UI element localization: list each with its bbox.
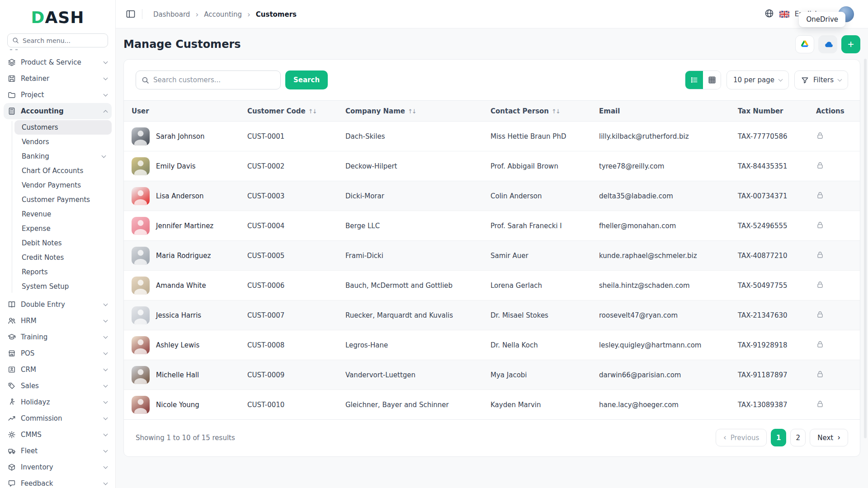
- sidebar-item-reports[interactable]: Reports: [14, 265, 112, 279]
- table-row[interactable]: Sarah Johnson CUST-0001 Dach-Skiles Miss…: [124, 122, 860, 151]
- grid-view-button[interactable]: [703, 71, 721, 89]
- cell-tax: TAX-50497755: [730, 271, 808, 300]
- lock-icon[interactable]: [816, 131, 824, 140]
- lock-icon[interactable]: [816, 340, 824, 348]
- logo-text: ASH: [45, 8, 84, 27]
- lock-icon[interactable]: [816, 370, 824, 378]
- cell-actions: [808, 181, 860, 211]
- uk-flag-icon[interactable]: [779, 11, 789, 18]
- cell-email: darwin66@parisian.com: [591, 360, 730, 390]
- column-company-name[interactable]: Company Name↑↓: [338, 101, 483, 122]
- search-icon: [12, 37, 19, 44]
- table-row[interactable]: Amanda White CUST-0006 Bauch, McDermott …: [124, 271, 860, 300]
- sidebar-item-system-setup[interactable]: System Setup: [14, 279, 112, 294]
- sidebar-item-revenue[interactable]: Revenue: [14, 207, 112, 221]
- sidebar-toggle-icon[interactable]: [126, 9, 136, 19]
- sidebar-item-vendor-payments[interactable]: Vendor Payments: [14, 178, 112, 192]
- search-button[interactable]: Search: [285, 70, 328, 89]
- cog-icon: [8, 431, 16, 439]
- breadcrumb-separator: ›: [247, 11, 250, 19]
- customer-name: Sarah Johnson: [156, 132, 204, 141]
- onedrive-button[interactable]: [818, 35, 837, 53]
- sidebar-item-product-service[interactable]: Product & Service: [4, 54, 112, 70]
- cell-actions: [808, 390, 860, 420]
- sidebar-item-customers[interactable]: Customers: [14, 120, 112, 135]
- sidebar-item-hrm[interactable]: HRM: [4, 313, 112, 329]
- trending-up-icon: [8, 414, 16, 422]
- sub-item-label: Vendors: [22, 138, 49, 146]
- chevron-down-icon: [104, 351, 108, 355]
- customer-search-input[interactable]: [153, 76, 275, 84]
- table-row[interactable]: Ashley Lewis CUST-0008 Legros-Hane Dr. N…: [124, 330, 860, 360]
- sidebar-item-holidayz[interactable]: Holidayz: [4, 394, 112, 410]
- sidebar-item-chart-of-accounts[interactable]: Chart Of Accounts: [14, 164, 112, 178]
- table-row[interactable]: Michelle Hall CUST-0009 Vandervort-Luett…: [124, 360, 860, 390]
- page-scrollbar[interactable]: [864, 59, 867, 438]
- breadcrumb-accounting[interactable]: Accounting: [204, 10, 242, 19]
- lock-icon[interactable]: [816, 191, 824, 199]
- sidebar-search-input[interactable]: [23, 37, 103, 44]
- main-area: Dashboard › Accounting › Customers Engli…: [116, 0, 868, 488]
- per-page-select[interactable]: 10 per page: [726, 70, 789, 89]
- sidebar-item-project[interactable]: Project: [4, 87, 112, 103]
- add-customer-button[interactable]: +: [841, 35, 860, 53]
- sidebar-item-training[interactable]: Training: [4, 329, 112, 345]
- sidebar-search[interactable]: [7, 33, 108, 47]
- google-drive-button[interactable]: [795, 35, 814, 53]
- lock-icon[interactable]: [816, 251, 824, 259]
- card-toolbar: Search 10 per page Filters: [124, 60, 860, 100]
- list-view-button[interactable]: [685, 71, 703, 89]
- sidebar-item-fleet[interactable]: Fleet: [4, 443, 112, 459]
- sidebar-item-credit-notes[interactable]: Credit Notes: [14, 250, 112, 265]
- sort-icon[interactable]: ↑↓: [408, 108, 416, 115]
- sidebar-item-crm[interactable]: CRM: [4, 361, 112, 378]
- sidebar-item-inventory[interactable]: Inventory: [4, 459, 112, 475]
- table-row[interactable]: Nicole Young CUST-0010 Gleichner, Bayer …: [124, 390, 860, 420]
- table-row[interactable]: Emily Davis CUST-0002 Deckow-Hilpert Pro…: [124, 151, 860, 181]
- sort-icon[interactable]: ↑↓: [308, 108, 316, 115]
- sidebar-item-accounting[interactable]: Accounting: [4, 103, 112, 119]
- table-row[interactable]: Lisa Anderson CUST-0003 Dicki-Morar Coli…: [124, 181, 860, 211]
- column-contact-person[interactable]: Contact Person↑↓: [483, 101, 591, 122]
- sidebar-item-customer-payments[interactable]: Customer Payments: [14, 192, 112, 207]
- sidebar-item-banking[interactable]: Banking: [14, 149, 112, 164]
- cell-company: Legros-Hane: [338, 330, 483, 360]
- table-row[interactable]: Jennifer Martinez CUST-0004 Berge LLC Pr…: [124, 211, 860, 241]
- table-row[interactable]: Maria Rodriguez CUST-0005 Frami-Dicki Sa…: [124, 241, 860, 271]
- column-customer-code[interactable]: Customer Code↑↓: [240, 101, 338, 122]
- clipped-menu-item: [10, 49, 28, 52]
- cell-user: Nicole Young: [124, 390, 240, 420]
- sidebar-item-cmms[interactable]: CMMS: [4, 427, 112, 443]
- sidebar-item-double-entry[interactable]: Double Entry: [4, 296, 112, 313]
- lock-icon[interactable]: [816, 161, 824, 169]
- avatar: [132, 336, 150, 354]
- lock-icon[interactable]: [816, 281, 824, 289]
- sidebar-item-vendors[interactable]: Vendors: [14, 135, 112, 149]
- sidebar-item-debit-notes[interactable]: Debit Notes: [14, 236, 112, 250]
- sidebar-item-expense[interactable]: Expense: [14, 221, 112, 236]
- previous-button[interactable]: ‹Previous: [716, 429, 767, 446]
- breadcrumb-dashboard[interactable]: Dashboard: [153, 10, 190, 19]
- page-1-button[interactable]: 1: [771, 429, 786, 446]
- globe-icon[interactable]: [764, 9, 774, 20]
- cell-contact: Samir Auer: [483, 241, 591, 271]
- lock-icon[interactable]: [816, 221, 824, 229]
- sub-item-label: Chart Of Accounts: [22, 167, 83, 175]
- table-row[interactable]: Jessica Harris CUST-0007 Ruecker, Marqua…: [124, 300, 860, 330]
- chevron-down-icon: [104, 334, 108, 339]
- sort-icon[interactable]: ↑↓: [552, 108, 560, 115]
- customer-search[interactable]: [136, 70, 281, 89]
- filters-button[interactable]: Filters: [794, 70, 848, 89]
- sidebar-item-commission[interactable]: Commission: [4, 410, 112, 427]
- next-label: Next: [817, 434, 833, 442]
- next-button[interactable]: Next›: [810, 429, 848, 446]
- lock-icon[interactable]: [816, 400, 824, 408]
- customer-name: Ashley Lewis: [156, 341, 199, 349]
- sidebar-item-pos[interactable]: POS: [4, 345, 112, 361]
- cell-company: Bauch, McDermott and Gottlieb: [338, 271, 483, 300]
- sidebar-item-sales[interactable]: Sales: [4, 378, 112, 394]
- page-2-button[interactable]: 2: [790, 429, 806, 446]
- sidebar-item-retainer[interactable]: Retainer: [4, 70, 112, 87]
- lock-icon[interactable]: [816, 310, 824, 319]
- sidebar-item-feedback[interactable]: Feedback: [4, 475, 112, 488]
